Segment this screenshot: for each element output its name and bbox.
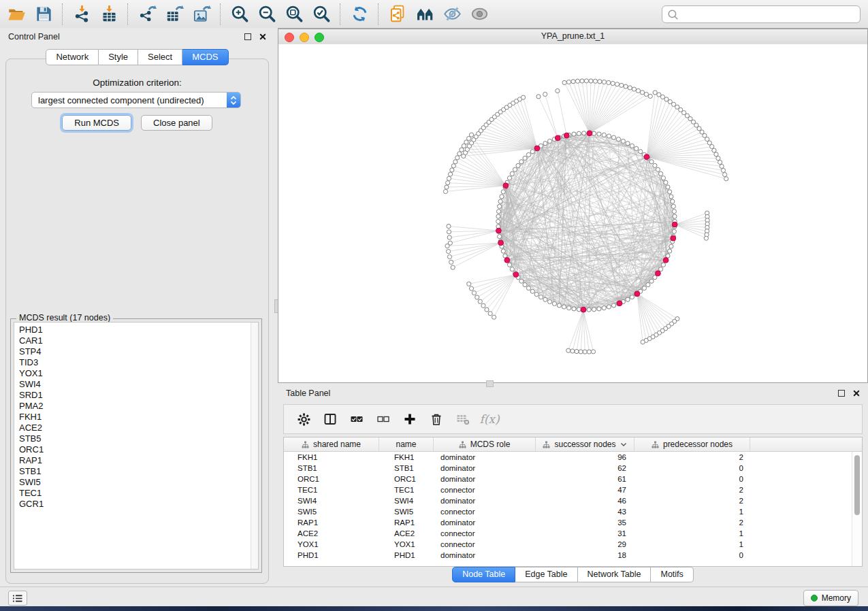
search-box[interactable] <box>662 5 861 23</box>
table-row-TEC1[interactable]: TEC1TEC1connector472 <box>284 484 862 495</box>
cell-shared_name[interactable]: FKH1 <box>284 452 379 463</box>
table-row-YOX1[interactable]: YOX1YOX1connector291 <box>284 539 862 550</box>
cell-successor_nodes[interactable]: 35 <box>536 517 634 528</box>
cell-successor_nodes[interactable]: 46 <box>536 495 634 506</box>
cell-predecessor_nodes[interactable]: 1 <box>634 539 750 550</box>
add-row-button[interactable] <box>400 408 420 430</box>
mcds-result-item[interactable]: PHD1 <box>19 325 258 335</box>
cell-name[interactable]: TEC1 <box>379 484 434 495</box>
mcds-result-item[interactable]: STB5 <box>19 433 258 444</box>
cell-mcds_role[interactable]: connector <box>434 528 536 539</box>
cell-name[interactable]: STB1 <box>379 463 434 474</box>
cell-mcds_role[interactable]: dominator <box>434 550 536 561</box>
close-panel-icon[interactable] <box>259 33 266 40</box>
cell-mcds_role[interactable]: dominator <box>434 495 536 506</box>
table-row-SWI5[interactable]: SWI5SWI5connector431 <box>284 506 862 517</box>
memory-button[interactable]: Memory <box>803 590 858 606</box>
table-row-ACE2[interactable]: ACE2ACE2connector311 <box>284 528 862 539</box>
close-table-panel-icon[interactable] <box>853 390 860 397</box>
tab-edge-table[interactable]: Edge Table <box>515 567 577 582</box>
cell-shared_name[interactable]: ORC1 <box>284 474 379 484</box>
cell-successor_nodes[interactable]: 43 <box>536 506 634 517</box>
cell-predecessor_nodes[interactable]: 0 <box>634 463 750 474</box>
tab-network[interactable]: Network <box>46 49 99 65</box>
cell-successor_nodes[interactable]: 18 <box>536 550 634 561</box>
gear-button[interactable] <box>293 408 314 430</box>
column-header-successor-nodes[interactable]: successor nodes <box>536 437 634 451</box>
hide-unselected-button[interactable] <box>438 2 466 27</box>
mcds-result-item[interactable]: SWI4 <box>19 379 258 390</box>
cell-mcds_role[interactable]: dominator <box>434 463 536 474</box>
cell-successor_nodes[interactable]: 96 <box>536 452 634 463</box>
close-panel-button[interactable]: Close panel <box>141 115 212 131</box>
column-header-MCDS-role[interactable]: MCDS role <box>434 437 536 451</box>
network-canvas[interactable] <box>278 44 867 382</box>
network-graph[interactable] <box>278 44 867 382</box>
cell-mcds_role[interactable]: dominator <box>434 517 536 528</box>
cell-shared_name[interactable]: RAP1 <box>284 517 379 528</box>
optimization-criterion-select[interactable]: largest connected component (undirected) <box>31 92 241 108</box>
mcds-result-item[interactable]: STB1 <box>19 466 258 477</box>
tab-node-table[interactable]: Node Table <box>452 567 515 582</box>
tab-select[interactable]: Select <box>138 49 182 65</box>
import-table-button[interactable] <box>95 2 123 27</box>
cell-shared_name[interactable]: TEC1 <box>284 484 379 495</box>
cell-shared_name[interactable]: YOX1 <box>284 539 379 550</box>
zoom-selected-region-button[interactable] <box>308 2 335 27</box>
cell-name[interactable]: RAP1 <box>379 517 434 528</box>
clear-selection-button[interactable] <box>373 408 393 430</box>
table-row-STB1[interactable]: STB1STB1dominator620 <box>284 463 862 474</box>
cell-predecessor_nodes[interactable]: 1 <box>634 528 750 539</box>
zoom-in-button[interactable] <box>226 2 253 27</box>
select-all-button[interactable] <box>347 408 367 430</box>
cell-successor_nodes[interactable]: 29 <box>536 539 634 550</box>
cell-name[interactable]: ACE2 <box>379 528 434 539</box>
float-table-panel-icon[interactable] <box>838 390 845 397</box>
refresh-view-button[interactable] <box>346 2 373 27</box>
table-scrollbar[interactable] <box>852 452 862 566</box>
zoom-fit-button[interactable] <box>280 2 308 27</box>
cell-successor_nodes[interactable]: 62 <box>536 463 634 474</box>
show-columns-button[interactable] <box>320 408 340 430</box>
table-row-PHD1[interactable]: PHD1PHD1dominator180 <box>284 550 862 561</box>
cell-shared_name[interactable]: ACE2 <box>284 528 379 539</box>
cell-mcds_role[interactable]: connector <box>434 506 536 517</box>
cell-mcds_role[interactable]: dominator <box>434 474 536 484</box>
share-network-document-button[interactable] <box>384 2 411 27</box>
cell-mcds_role[interactable]: connector <box>434 484 536 495</box>
column-header-predecessor-nodes[interactable]: predecessor nodes <box>634 437 750 451</box>
cell-predecessor_nodes[interactable]: 2 <box>634 452 750 463</box>
cell-successor_nodes[interactable]: 61 <box>536 474 634 484</box>
search-apps-button[interactable] <box>411 2 438 27</box>
import-network-button[interactable] <box>68 2 95 27</box>
cell-shared_name[interactable]: PHD1 <box>284 550 379 561</box>
cell-name[interactable]: FKH1 <box>379 452 434 463</box>
mcds-result-item[interactable]: SWI5 <box>19 477 258 488</box>
zoom-out-button[interactable] <box>253 2 280 27</box>
mcds-result-item[interactable]: TID3 <box>19 357 258 368</box>
mcds-result-item[interactable]: RAP1 <box>19 455 258 466</box>
cell-mcds_role[interactable]: connector <box>434 539 536 550</box>
tab-network-table[interactable]: Network Table <box>578 567 652 582</box>
float-panel-icon[interactable] <box>244 33 251 40</box>
cell-predecessor_nodes[interactable]: 2 <box>634 495 750 506</box>
table-row-ORC1[interactable]: ORC1ORC1dominator610 <box>284 474 862 484</box>
cell-name[interactable]: YOX1 <box>379 539 434 550</box>
mcds-result-item[interactable]: TEC1 <box>19 488 258 499</box>
search-input[interactable] <box>682 9 855 20</box>
cell-successor_nodes[interactable]: 31 <box>536 528 634 539</box>
column-header-name[interactable]: name <box>379 437 434 451</box>
export-table-button[interactable] <box>161 2 188 27</box>
mcds-result-item[interactable]: FKH1 <box>19 412 258 423</box>
cell-shared_name[interactable]: SWI5 <box>284 506 379 517</box>
cell-predecessor_nodes[interactable]: 0 <box>634 474 750 484</box>
mcds-result-item[interactable]: GCR1 <box>19 499 258 510</box>
tab-motifs[interactable]: Motifs <box>651 567 693 582</box>
table-row-FKH1[interactable]: FKH1FKH1dominator962 <box>284 452 862 463</box>
mcds-result-item[interactable]: STP4 <box>19 346 258 357</box>
save-session-button[interactable] <box>30 2 57 27</box>
cell-predecessor_nodes[interactable]: 2 <box>634 517 750 528</box>
cell-predecessor_nodes[interactable]: 2 <box>634 484 750 495</box>
mcds-result-scrollbar[interactable] <box>251 323 258 569</box>
cell-name[interactable]: SWI4 <box>379 495 434 506</box>
